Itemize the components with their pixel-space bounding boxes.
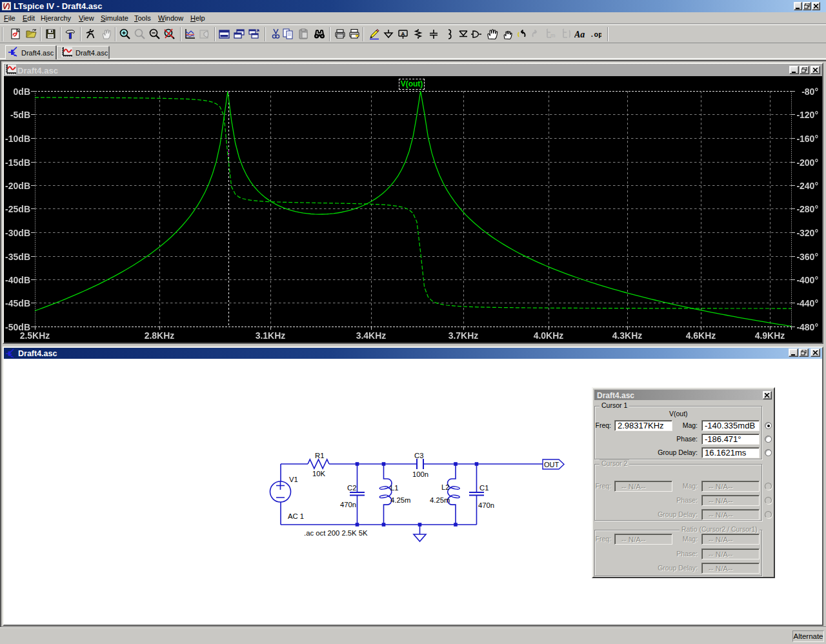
svg-text:.op: .op <box>590 31 601 39</box>
svg-text:OUT: OUT <box>544 461 559 468</box>
svg-text:Aa: Aa <box>574 30 585 39</box>
svg-text:m: m <box>550 32 556 39</box>
svg-text:A: A <box>401 31 405 37</box>
